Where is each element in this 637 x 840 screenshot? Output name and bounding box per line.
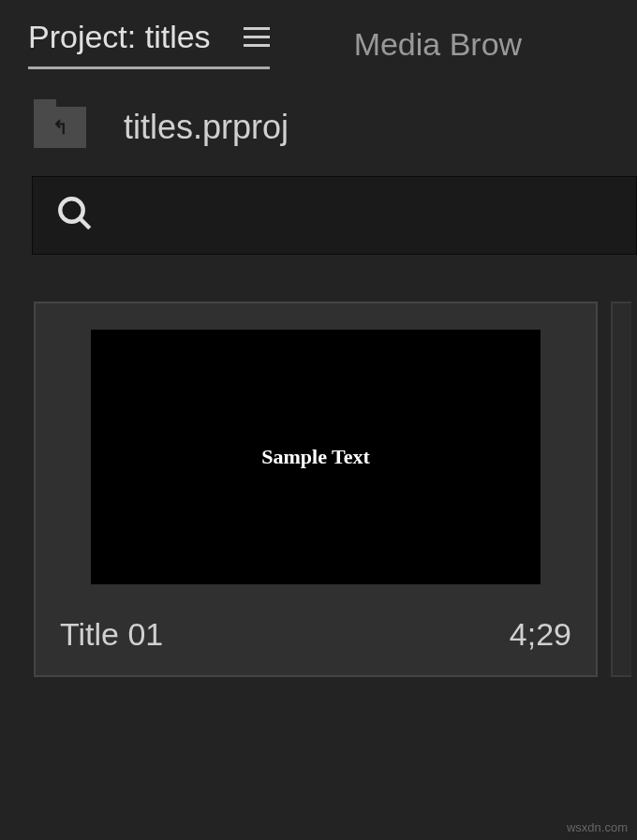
- search-icon: [55, 194, 95, 237]
- svg-point-0: [60, 199, 83, 222]
- panel-tabs: Project: titles Media Brow: [0, 0, 637, 79]
- search-input[interactable]: [32, 176, 637, 255]
- hamburger-menu-icon[interactable]: [244, 27, 270, 47]
- clip-duration: 4;29: [510, 616, 571, 653]
- tab-project[interactable]: Project: titles: [28, 19, 270, 69]
- watermark: wsxdn.com: [567, 820, 628, 834]
- tab-media-browser[interactable]: Media Brow: [354, 26, 523, 63]
- folder-up-icon[interactable]: ↰: [34, 107, 86, 148]
- bin-grid: Sample Text Title 01 4;29: [0, 264, 637, 677]
- tab-media-browser-label: Media Brow: [354, 26, 523, 62]
- bin-item-partial[interactable]: [611, 302, 631, 677]
- clip-name: Title 01: [60, 616, 163, 653]
- bin-item-footer: Title 01 4;29: [56, 616, 575, 653]
- thumbnail-preview-text: Sample Text: [261, 445, 370, 469]
- svg-line-1: [80, 218, 90, 228]
- project-filename: titles.prproj: [124, 108, 289, 147]
- clip-thumbnail[interactable]: Sample Text: [91, 330, 541, 584]
- bin-item[interactable]: Sample Text Title 01 4;29: [34, 302, 598, 677]
- tab-project-label: Project: titles: [28, 19, 211, 55]
- up-arrow-icon: ↰: [52, 116, 68, 139]
- project-header: ↰ titles.prproj: [0, 79, 637, 167]
